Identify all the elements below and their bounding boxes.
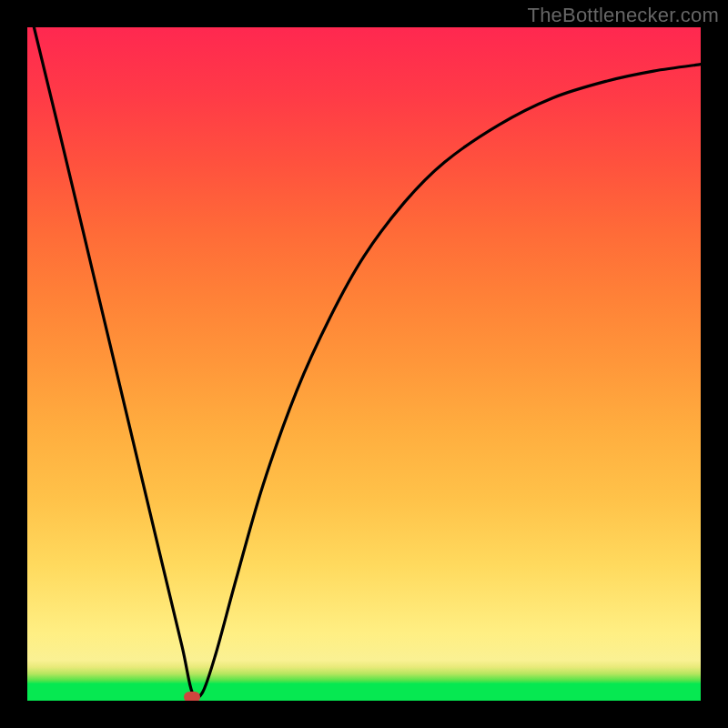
- watermark-text: TheBottlenecker.com: [528, 4, 719, 27]
- optimal-point-marker: [184, 692, 200, 701]
- bottleneck-curve: [34, 27, 701, 698]
- chart-frame: TheBottlenecker.com: [0, 0, 728, 728]
- curve-layer: [27, 27, 701, 701]
- plot-area: [27, 27, 701, 701]
